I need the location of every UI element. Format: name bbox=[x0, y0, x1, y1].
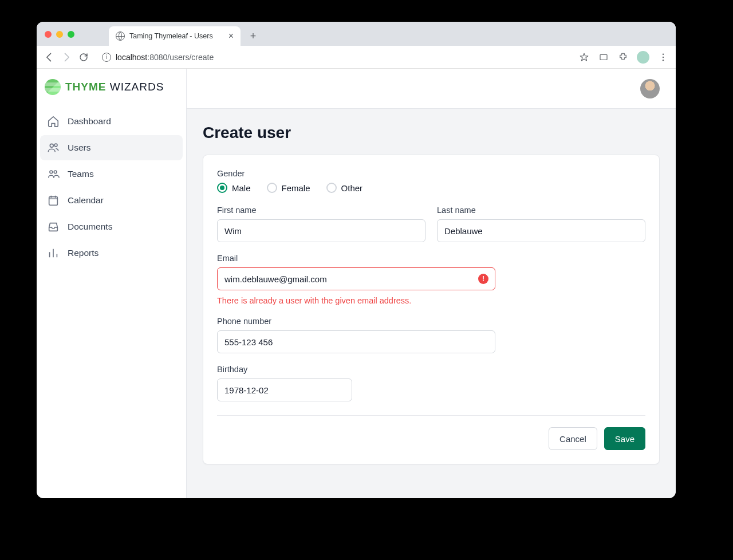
svg-point-4 bbox=[50, 144, 53, 147]
site-info-icon[interactable]: i bbox=[102, 53, 111, 62]
last-name-label: Last name bbox=[437, 206, 645, 215]
teams-icon bbox=[47, 168, 60, 180]
sidebar-item-label: Users bbox=[68, 143, 90, 153]
forward-button[interactable] bbox=[61, 52, 72, 63]
gender-label: Gender bbox=[217, 169, 645, 178]
screen-icon[interactable] bbox=[598, 52, 609, 63]
svg-rect-8 bbox=[49, 197, 58, 206]
nav: Dashboard Users Teams Calendar Documents bbox=[37, 109, 186, 266]
content: Create user Gender Male Female bbox=[187, 109, 676, 482]
bookmark-icon[interactable] bbox=[578, 52, 590, 63]
globe-icon bbox=[116, 31, 125, 41]
window-controls bbox=[45, 31, 74, 38]
close-window-icon[interactable] bbox=[45, 31, 52, 38]
email-label: Email bbox=[217, 254, 495, 263]
maximize-window-icon[interactable] bbox=[68, 31, 74, 38]
users-icon bbox=[47, 141, 60, 154]
sidebar-item-dashboard[interactable]: Dashboard bbox=[40, 109, 183, 134]
page-title: Create user bbox=[203, 124, 660, 142]
topbar bbox=[187, 69, 676, 109]
cancel-button[interactable]: Cancel bbox=[549, 427, 597, 450]
home-icon bbox=[47, 115, 60, 128]
form-card: Gender Male Female Other bbox=[203, 155, 660, 464]
save-button[interactable]: Save bbox=[604, 427, 645, 450]
browser-window: Taming Thymeleaf - Users × + i localhost… bbox=[37, 22, 676, 498]
close-tab-icon[interactable]: × bbox=[228, 31, 234, 41]
user-avatar[interactable] bbox=[640, 79, 660, 98]
logo: THYME WIZARDS bbox=[37, 79, 186, 109]
radio-label: Female bbox=[282, 183, 310, 193]
first-name-label: First name bbox=[217, 206, 425, 215]
app: THYME WIZARDS Dashboard Users Teams Cal bbox=[37, 69, 676, 498]
browser-chrome: Taming Thymeleaf - Users × + i localhost… bbox=[37, 22, 676, 69]
calendar-icon bbox=[47, 194, 60, 207]
form-actions: Cancel Save bbox=[217, 427, 645, 450]
last-name-input[interactable] bbox=[437, 219, 645, 242]
url-text: localhost:8080/users/create bbox=[116, 53, 214, 62]
svg-point-6 bbox=[50, 171, 53, 173]
minimize-window-icon[interactable] bbox=[56, 31, 63, 38]
sidebar-item-calendar[interactable]: Calendar bbox=[40, 188, 183, 213]
browser-menu-icon[interactable] bbox=[657, 52, 669, 63]
email-input[interactable] bbox=[217, 267, 495, 290]
sidebar-item-label: Documents bbox=[68, 222, 112, 232]
sidebar-item-reports[interactable]: Reports bbox=[40, 240, 183, 266]
phone-input[interactable] bbox=[217, 330, 495, 353]
svg-point-2 bbox=[663, 56, 664, 57]
sidebar-item-label: Calendar bbox=[68, 195, 104, 206]
radio-icon bbox=[267, 183, 277, 193]
gender-male[interactable]: Male bbox=[217, 183, 251, 193]
inbox-icon bbox=[47, 220, 60, 233]
sidebar-item-users[interactable]: Users bbox=[40, 135, 183, 160]
gender-other[interactable]: Other bbox=[326, 183, 363, 193]
logo-text: THYME WIZARDS bbox=[65, 81, 164, 93]
sidebar-item-label: Dashboard bbox=[68, 116, 111, 127]
new-tab-button[interactable]: + bbox=[245, 28, 261, 44]
svg-point-5 bbox=[54, 144, 57, 147]
svg-rect-0 bbox=[600, 54, 607, 60]
reload-button[interactable] bbox=[78, 52, 89, 63]
svg-point-1 bbox=[663, 53, 664, 54]
sidebar-item-teams[interactable]: Teams bbox=[40, 161, 183, 187]
birthday-input[interactable] bbox=[217, 378, 352, 401]
radio-label: Other bbox=[341, 183, 363, 193]
svg-point-3 bbox=[663, 60, 664, 61]
sidebar-item-label: Teams bbox=[68, 169, 94, 179]
browser-tab[interactable]: Taming Thymeleaf - Users × bbox=[109, 26, 241, 46]
phone-label: Phone number bbox=[217, 317, 495, 326]
radio-label: Male bbox=[232, 183, 251, 193]
email-error-message: There is already a user with the given e… bbox=[217, 296, 495, 305]
sidebar-item-documents[interactable]: Documents bbox=[40, 214, 183, 239]
sidebar-item-label: Reports bbox=[68, 248, 98, 258]
back-button[interactable] bbox=[44, 52, 55, 63]
tab-title: Taming Thymeleaf - Users bbox=[129, 32, 213, 40]
radio-icon bbox=[326, 183, 337, 193]
chart-icon bbox=[47, 247, 60, 259]
svg-point-7 bbox=[54, 171, 57, 173]
extensions-icon[interactable] bbox=[617, 52, 629, 63]
main: Create user Gender Male Female bbox=[187, 69, 676, 498]
tab-strip: Taming Thymeleaf - Users × + bbox=[37, 22, 676, 46]
birthday-label: Birthday bbox=[217, 365, 352, 374]
radio-icon bbox=[217, 183, 227, 193]
logo-mark-icon bbox=[45, 79, 61, 95]
sidebar: THYME WIZARDS Dashboard Users Teams Cal bbox=[37, 69, 187, 498]
profile-avatar-icon[interactable] bbox=[637, 51, 649, 64]
address-bar[interactable]: i localhost:8080/users/create bbox=[95, 49, 568, 66]
divider bbox=[217, 415, 645, 416]
error-icon: ! bbox=[478, 274, 488, 284]
gender-female[interactable]: Female bbox=[267, 183, 310, 193]
gender-radios: Male Female Other bbox=[217, 183, 645, 193]
toolbar: i localhost:8080/users/create bbox=[37, 46, 676, 69]
first-name-input[interactable] bbox=[217, 219, 425, 242]
